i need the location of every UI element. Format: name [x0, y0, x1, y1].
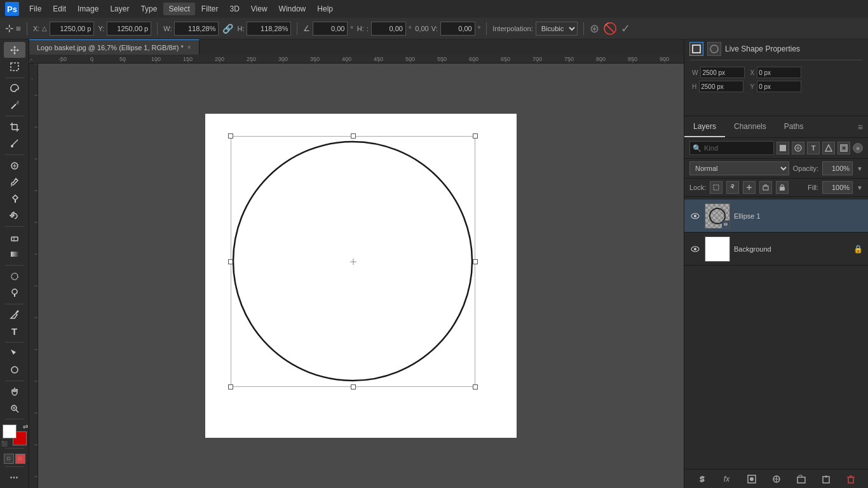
interpolation-select[interactable]: Bicubic — [536, 22, 578, 36]
h-input[interactable] — [247, 22, 291, 36]
menu-layer[interactable]: Layer — [105, 3, 134, 15]
handle-top-left[interactable] — [228, 133, 233, 139]
layers-tab-menu[interactable]: ≡ — [853, 116, 868, 137]
handle-middle-right[interactable] — [473, 259, 478, 264]
swap-colors-icon[interactable]: ⇄ — [23, 423, 28, 430]
crop-tool[interactable] — [4, 119, 25, 135]
x-input[interactable] — [50, 22, 94, 36]
lock-artboard-btn[interactable] — [759, 181, 772, 194]
filter-smart-btn[interactable] — [837, 142, 850, 154]
fill-chevron[interactable]: ▼ — [857, 184, 863, 191]
document-tab[interactable]: Logo basket.jpg @ 16,7% (Ellipse 1, RGB/… — [29, 39, 200, 55]
w-input[interactable] — [174, 22, 219, 36]
shape-y-input[interactable] — [757, 81, 801, 92]
kind-search-box[interactable]: 🔍 Kind — [689, 141, 774, 155]
live-shape-ellipse-icon[interactable] — [707, 42, 721, 56]
menu-select[interactable]: Select — [163, 3, 194, 15]
history-brush-tool[interactable] — [4, 208, 25, 224]
group-btn[interactable] — [794, 472, 808, 486]
warp-icon[interactable]: ⊛ — [590, 22, 599, 36]
move-tool[interactable] — [4, 42, 25, 58]
gradient-tool[interactable] — [4, 247, 25, 262]
standard-mode-btn[interactable]: □ — [4, 454, 14, 464]
lock-all-btn[interactable] — [776, 181, 789, 194]
tab-paths[interactable]: Paths — [775, 116, 813, 137]
tab-close-btn[interactable]: × — [187, 44, 191, 51]
layer-item-background[interactable]: Background 🔒 — [684, 233, 868, 266]
shape-tool[interactable] — [4, 362, 25, 377]
filter-toggle-btn[interactable]: ● — [853, 143, 863, 153]
foreground-color-swatch[interactable] — [3, 424, 17, 438]
menu-filter[interactable]: Filter — [196, 3, 224, 15]
filter-shape-btn[interactable] — [822, 142, 835, 154]
adjustment-btn[interactable] — [770, 472, 783, 486]
blend-mode-select[interactable]: Normal — [689, 161, 789, 175]
quick-mask-btn[interactable]: □ — [15, 454, 25, 464]
opacity-chevron[interactable]: ▼ — [857, 165, 863, 172]
shape-width-input[interactable] — [700, 67, 745, 78]
handle-top-right[interactable] — [473, 133, 478, 139]
lock-image-btn[interactable] — [726, 181, 739, 194]
more-tools-btn[interactable]: ••• — [4, 470, 25, 485]
zoom-tool[interactable] — [4, 400, 25, 416]
layer-item-ellipse[interactable]: Ellipse 1 — [684, 200, 868, 233]
opacity-input[interactable] — [822, 161, 853, 175]
fill-input[interactable] — [822, 181, 853, 194]
tab-layers[interactable]: Layers — [684, 116, 725, 137]
menu-view[interactable]: View — [246, 3, 273, 15]
shape-height-input[interactable] — [699, 81, 743, 92]
svg-text:450: 450 — [374, 56, 383, 62]
angle-input[interactable] — [313, 22, 348, 36]
tab-channels[interactable]: Channels — [725, 116, 775, 137]
fx-btn[interactable]: fx — [720, 472, 734, 486]
document-canvas — [205, 114, 517, 438]
delete-layer-btn[interactable] — [844, 472, 858, 486]
filter-text-btn[interactable]: T — [807, 142, 820, 154]
new-layer-btn[interactable] — [819, 472, 833, 486]
text-tool[interactable]: T — [4, 323, 25, 339]
menu-type[interactable]: Type — [135, 3, 162, 15]
filter-adjustment-btn[interactable] — [792, 142, 804, 154]
skew-v-input[interactable] — [440, 22, 475, 36]
blur-tool[interactable] — [4, 268, 25, 284]
handle-middle-left[interactable] — [228, 259, 233, 264]
skew-h-input[interactable] — [371, 22, 406, 36]
handle-bottom-left[interactable] — [228, 384, 233, 390]
filter-pixel-btn[interactable] — [776, 142, 789, 154]
live-shape-rect-icon[interactable] — [689, 42, 703, 56]
menu-help[interactable]: Help — [312, 3, 338, 15]
marquee-tool[interactable] — [4, 58, 25, 74]
menu-window[interactable]: Window — [274, 3, 311, 15]
commit-transform-icon[interactable]: ✓ — [621, 22, 630, 36]
lock-position-btn[interactable] — [743, 181, 756, 194]
dodge-tool[interactable] — [4, 285, 25, 301]
background-layer-visibility[interactable] — [689, 243, 701, 255]
cancel-transform-icon[interactable]: 🚫 — [603, 22, 617, 36]
handle-bottom-right[interactable] — [473, 384, 478, 390]
clone-stamp-tool[interactable] — [4, 191, 25, 207]
hand-tool[interactable] — [4, 384, 25, 400]
link-proportions-icon[interactable]: 🔗 — [222, 24, 233, 34]
lasso-tool[interactable] — [4, 81, 25, 97]
menu-image[interactable]: Image — [72, 3, 104, 15]
mask-btn[interactable] — [745, 472, 759, 486]
eraser-tool[interactable] — [4, 229, 25, 245]
menu-file[interactable]: File — [24, 3, 46, 15]
reset-colors-icon[interactable]: ⬛ — [1, 441, 8, 447]
path-selection-tool[interactable] — [4, 345, 25, 361]
pen-tool[interactable] — [4, 306, 25, 322]
menu-3d[interactable]: 3D — [224, 3, 244, 15]
link-layers-btn[interactable] — [695, 472, 709, 486]
w-size-group: W: — [163, 22, 219, 36]
brush-tool[interactable] — [4, 174, 25, 190]
healing-brush-tool[interactable] — [4, 158, 25, 173]
shape-x-input[interactable] — [757, 67, 801, 78]
handle-top-center[interactable] — [351, 133, 356, 139]
handle-bottom-center[interactable] — [351, 384, 356, 390]
magic-wand-tool[interactable] — [4, 97, 25, 113]
ellipse-layer-visibility[interactable] — [689, 210, 701, 222]
menu-edit[interactable]: Edit — [48, 3, 71, 15]
y-input[interactable] — [107, 22, 151, 36]
eyedropper-tool[interactable] — [4, 136, 25, 152]
lock-transparent-btn[interactable] — [710, 181, 722, 194]
